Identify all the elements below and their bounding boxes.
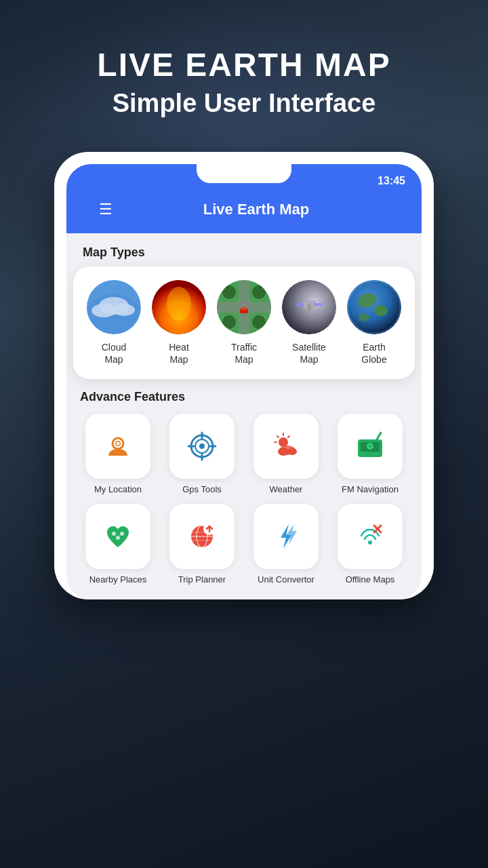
traffic-map-circle: [217, 280, 271, 334]
svg-point-49: [287, 448, 297, 455]
weather-icon-box: [253, 414, 319, 479]
phone-content: Map Types: [66, 233, 422, 599]
weather-label: Weather: [270, 484, 303, 496]
menu-icon[interactable]: ☰: [99, 202, 113, 217]
heat-map-circle: [152, 280, 206, 334]
svg-point-18: [252, 315, 266, 329]
svg-point-57: [369, 445, 371, 448]
svg-point-8: [167, 287, 191, 321]
phone-notch: [197, 164, 291, 183]
svg-point-60: [116, 536, 120, 540]
offline-maps-icon: [354, 520, 386, 553]
nearby-places-icon-box: [85, 504, 150, 569]
gps-tools-label: Gps Tools: [182, 484, 222, 496]
map-type-earth-globe[interactable]: EarthGlobe: [342, 280, 407, 366]
weather-icon: [270, 430, 302, 462]
my-location-icon-box: [85, 414, 150, 479]
hero-subtitle: Simple User Interface: [0, 89, 488, 118]
map-types-card: CloudMap: [73, 267, 415, 379]
earth-globe-circle: [347, 280, 401, 334]
svg-line-52: [377, 433, 381, 439]
fm-navigation-label: FM Navigation: [342, 484, 399, 496]
traffic-map-label: TrafficMap: [231, 341, 257, 366]
heat-map-svg: [152, 280, 206, 334]
offline-maps-icon-box: [338, 504, 403, 569]
feature-nearby-places[interactable]: Nearby Places: [80, 504, 156, 586]
feature-offline-maps[interactable]: Offline Maps: [332, 504, 408, 586]
svg-point-15: [222, 285, 236, 299]
app-title: Live Earth Map: [123, 201, 389, 218]
svg-point-55: [374, 453, 377, 456]
unit-convertor-icon: [270, 520, 302, 553]
hero-title: LIVE EARTH MAP: [0, 47, 488, 83]
svg-point-59: [120, 532, 124, 536]
svg-point-16: [252, 285, 266, 299]
svg-line-45: [277, 436, 279, 437]
cloud-map-bg: [87, 280, 141, 334]
feature-unit-convertor[interactable]: Unit Convertor: [248, 504, 324, 586]
cloud-map-svg: [87, 280, 141, 334]
svg-rect-22: [296, 303, 304, 306]
cloud-map-label: CloudMap: [102, 341, 127, 366]
phone-notch-bar: 13:45 ☰ Live Earth Map: [66, 164, 422, 233]
svg-point-54: [369, 453, 371, 456]
svg-line-46: [288, 436, 289, 437]
svg-point-36: [199, 443, 205, 449]
map-type-satellite[interactable]: SatelliteMap: [277, 280, 342, 366]
svg-marker-68: [281, 524, 291, 549]
earth-globe-svg: [347, 280, 401, 334]
svg-point-29: [359, 313, 369, 321]
earth-globe-label: EarthGlobe: [361, 341, 386, 366]
cloud-map-circle: [87, 280, 141, 334]
svg-point-17: [222, 315, 236, 329]
offline-maps-label: Offline Maps: [346, 574, 395, 586]
hero-section: LIVE EARTH MAP Simple User Interface: [0, 0, 488, 132]
svg-rect-23: [314, 303, 323, 306]
phone-wrapper: 13:45 ☰ Live Earth Map Map Types: [0, 152, 488, 599]
map-type-traffic[interactable]: TrafficMap: [211, 280, 277, 366]
my-location-label: My Location: [94, 484, 142, 496]
svg-point-33: [117, 442, 120, 446]
phone-frame: 13:45 ☰ Live Earth Map Map Types: [54, 152, 434, 599]
unit-convertor-icon-box: [253, 504, 319, 569]
status-time: 13:45: [378, 175, 405, 187]
svg-rect-14: [241, 307, 247, 310]
nearby-places-label: Nearby Places: [89, 574, 147, 586]
feature-gps-tools[interactable]: Gps Tools: [164, 414, 240, 496]
fm-navigation-icon-box: [338, 414, 403, 479]
fm-navigation-icon: [354, 430, 386, 462]
satellite-map-label: SatelliteMap: [292, 341, 326, 366]
gps-tools-icon-box: [169, 414, 235, 479]
features-grid: My Location: [80, 414, 408, 586]
feature-fm-navigation[interactable]: FM Navigation: [332, 414, 408, 496]
map-types-row: CloudMap: [81, 280, 407, 366]
map-types-title: Map Types: [66, 233, 422, 267]
heat-map-label: HeatMap: [169, 341, 189, 366]
map-type-heat[interactable]: HeatMap: [146, 280, 211, 366]
map-type-cloud[interactable]: CloudMap: [81, 280, 146, 366]
trip-planner-icon-box: [169, 504, 235, 569]
trip-planner-label: Trip Planner: [178, 574, 226, 586]
svg-point-53: [363, 453, 366, 456]
feature-weather[interactable]: Weather: [248, 414, 324, 496]
svg-rect-24: [308, 304, 311, 314]
my-location-icon: [102, 430, 134, 462]
satellite-map-svg: [282, 280, 336, 334]
app-header: ☰ Live Earth Map: [83, 191, 405, 233]
feature-my-location[interactable]: My Location: [80, 414, 156, 496]
traffic-map-svg: [217, 280, 271, 334]
advance-features-title: Advance Features: [80, 390, 408, 404]
svg-point-48: [278, 448, 289, 456]
satellite-map-circle: [282, 280, 336, 334]
svg-rect-4: [87, 294, 141, 334]
unit-convertor-label: Unit Convertor: [258, 574, 314, 586]
advance-features-section: Advance Features: [66, 379, 422, 586]
feature-trip-planner[interactable]: Trip Planner: [164, 504, 240, 586]
gps-tools-icon: [186, 430, 218, 462]
svg-point-58: [112, 532, 116, 536]
trip-planner-icon: [186, 520, 218, 553]
nearby-places-icon: [102, 520, 134, 553]
svg-point-41: [279, 437, 288, 447]
